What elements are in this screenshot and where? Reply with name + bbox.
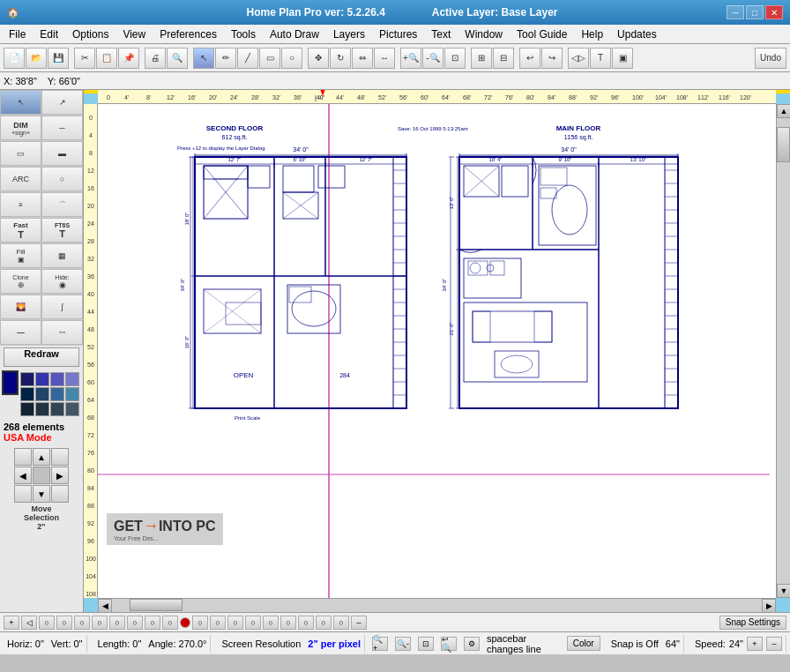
menu-updates[interactable]: Updates — [610, 26, 664, 42]
dim-tool[interactable]: DIM +sign+ — [0, 116, 41, 140]
arrow-down[interactable]: ▼ — [33, 485, 50, 503]
bt-btn-10[interactable]: ○ — [192, 616, 208, 630]
redo-button[interactable]: ↪ — [541, 48, 563, 69]
line-button[interactable]: ╱ — [237, 48, 258, 69]
bt-btn-4[interactable]: ○ — [74, 616, 90, 630]
draw-button[interactable]: ✏ — [215, 48, 236, 69]
zoom-out-button[interactable]: 🔍- — [395, 637, 411, 651]
fill-tool[interactable]: Fill ▣ — [0, 243, 41, 268]
text2-tool[interactable]: FT6S T — [41, 218, 83, 243]
close-button[interactable]: ✕ — [765, 5, 783, 19]
new-button[interactable]: 📄 — [4, 48, 25, 69]
minimize-button[interactable]: ─ — [727, 5, 744, 19]
curve-tool[interactable]: ∫ — [41, 295, 83, 319]
hide-tool[interactable]: Hide: ◉ — [41, 269, 83, 294]
menu-text[interactable]: Text — [424, 26, 458, 42]
bt-btn-11[interactable]: ○ — [210, 616, 226, 630]
hatch-tool[interactable]: ▦ — [41, 243, 83, 268]
bt-btn-2[interactable]: ○ — [39, 616, 55, 630]
dashed-line-tool[interactable]: ┄ — [41, 320, 83, 345]
bt-btn-1[interactable]: ◁ — [21, 616, 37, 630]
menu-options[interactable]: Options — [65, 26, 116, 42]
clone-tool[interactable]: Clone ⊕ — [0, 269, 41, 294]
undo-button[interactable]: ↩ — [519, 48, 540, 69]
arrow-downright[interactable] — [51, 485, 69, 503]
bt-btn-14[interactable]: ○ — [263, 616, 279, 630]
line-tool[interactable]: ─ — [41, 116, 83, 140]
arc-tool[interactable]: ARC — [0, 167, 41, 191]
menu-tools[interactable]: Tools — [224, 26, 263, 42]
arrow-downleft[interactable] — [14, 485, 32, 503]
swatch-7[interactable] — [50, 387, 64, 401]
bt-btn-15[interactable]: ○ — [280, 616, 296, 630]
speed-up-button[interactable]: + — [747, 637, 763, 651]
zoom-prev-button[interactable]: ↩🔍 — [441, 637, 457, 651]
menu-toolguide[interactable]: Tool Guide — [510, 26, 574, 42]
swatch-9[interactable] — [20, 402, 34, 416]
bt-btn-13[interactable]: ○ — [245, 616, 261, 630]
swatch-1[interactable] — [20, 372, 34, 386]
select-button[interactable]: ↖ — [193, 48, 214, 69]
bt-btn-17[interactable]: ○ — [316, 616, 332, 630]
move-button[interactable]: ✥ — [308, 48, 329, 69]
menu-preferences[interactable]: Preferences — [153, 26, 224, 42]
scroll-right-button[interactable]: ▶ — [762, 599, 776, 612]
circle-button[interactable]: ○ — [281, 48, 302, 69]
stair-tool[interactable]: ≡ — [0, 192, 41, 217]
speed-down-button[interactable]: – — [766, 637, 782, 651]
bt-btn-7[interactable]: ○ — [127, 616, 143, 630]
bt-btn-19[interactable]: – — [351, 616, 367, 630]
bt-btn-16[interactable]: ○ — [298, 616, 314, 630]
menu-layers[interactable]: Layers — [326, 26, 372, 42]
scroll-right-track[interactable] — [777, 118, 790, 584]
menu-help[interactable]: Help — [574, 26, 610, 42]
scroll-down-button[interactable]: ▼ — [777, 584, 790, 598]
bt-btn-6[interactable]: ○ — [109, 616, 125, 630]
copy-button[interactable]: 📋 — [96, 48, 117, 69]
select-tool[interactable]: ↖ — [0, 90, 41, 115]
dim-button[interactable]: ◁▷ — [568, 48, 589, 69]
zoom-custom-button[interactable]: ⚙ — [464, 637, 480, 651]
zoomfit-button[interactable]: ⊡ — [444, 48, 466, 69]
swatch-5[interactable] — [20, 387, 34, 401]
redraw-button[interactable]: Redraw — [4, 347, 79, 367]
scroll-bottom-track[interactable] — [112, 599, 762, 612]
menu-edit[interactable]: Edit — [33, 26, 65, 42]
save-button[interactable]: 💾 — [48, 48, 69, 69]
door-tool[interactable]: ⌒ — [41, 192, 83, 217]
dot-red[interactable] — [180, 617, 190, 628]
active-color[interactable] — [2, 370, 19, 395]
bottom-plus-button[interactable]: + — [4, 616, 19, 630]
grid-button[interactable]: ⊟ — [493, 48, 514, 69]
bt-btn-18[interactable]: ○ — [333, 616, 349, 630]
open-button[interactable]: 📂 — [26, 48, 47, 69]
scroll-bottom-thumb[interactable] — [130, 599, 183, 611]
arrow-upleft[interactable] — [14, 448, 32, 466]
drawing-canvas[interactable]: SECOND FLOOR 612 sq.ft. Press +12 to dis… — [98, 104, 776, 598]
bt-btn-12[interactable]: ○ — [227, 616, 243, 630]
menu-view[interactable]: View — [116, 26, 153, 42]
swatch-3[interactable] — [50, 372, 64, 386]
scroll-right-thumb[interactable] — [777, 127, 790, 162]
rect-button[interactable]: ▭ — [259, 48, 280, 69]
swatch-2[interactable] — [35, 372, 49, 386]
menu-pictures[interactable]: Pictures — [372, 26, 424, 42]
swatch-6[interactable] — [35, 387, 49, 401]
rect-tool[interactable]: ▭ — [0, 141, 41, 166]
scrollbar-bottom[interactable]: ◀ ▶ — [98, 598, 776, 612]
arrow-up[interactable]: ▲ — [33, 448, 50, 466]
circle-tool[interactable]: ○ — [41, 167, 83, 191]
swatch-4[interactable] — [65, 372, 79, 386]
menu-autodraw[interactable]: Auto Draw — [263, 26, 326, 42]
maximize-button[interactable]: □ — [746, 5, 764, 19]
zoomout-button[interactable]: -🔍 — [422, 48, 443, 69]
snap-settings-button[interactable]: Snap Settings — [719, 616, 786, 630]
arrow-upright[interactable] — [51, 448, 69, 466]
menu-file[interactable]: File — [2, 26, 33, 42]
bt-btn-9[interactable]: ○ — [162, 616, 178, 630]
bt-btn-5[interactable]: ○ — [92, 616, 108, 630]
bt-btn-3[interactable]: ○ — [56, 616, 72, 630]
canvas-area[interactable]: // will be drawn inline 0 4' 8' 12' 16' … — [84, 90, 790, 612]
color-button[interactable]: Color — [567, 636, 600, 651]
stretch-button[interactable]: ↔ — [374, 48, 395, 69]
